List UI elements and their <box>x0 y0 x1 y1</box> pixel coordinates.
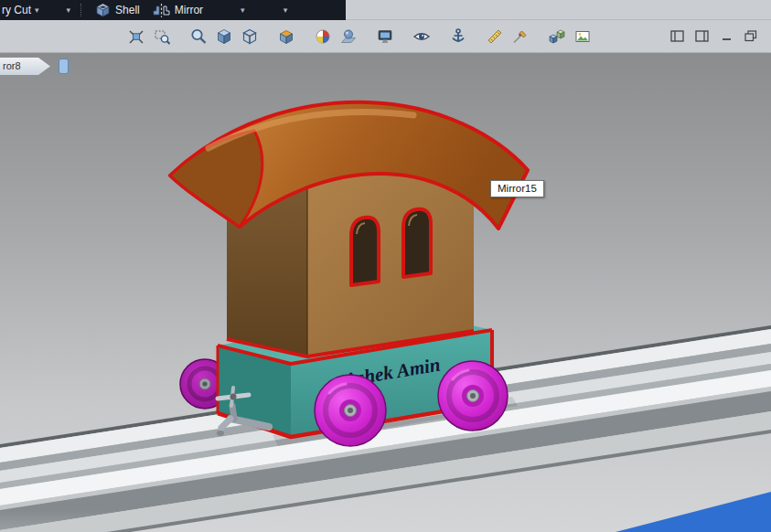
mirror-button[interactable]: Mirror <box>146 0 209 20</box>
beach-ball-icon <box>314 27 332 46</box>
view-group-settings <box>373 25 396 48</box>
feature-tree-tab[interactable]: ror8 <box>0 58 51 75</box>
magnifier-icon <box>189 27 208 46</box>
section-view-icon <box>277 27 295 46</box>
view-settings-button[interactable] <box>373 25 396 48</box>
feature-tree-tab-label: ror8 <box>3 60 21 71</box>
cabin-window-left[interactable] <box>351 218 379 285</box>
pane-left-button[interactable] <box>669 30 684 43</box>
display-style-wireframe-button[interactable] <box>238 25 261 48</box>
pane-right-icon <box>695 30 709 42</box>
wireframe-cube-icon <box>241 27 259 46</box>
monitor-icon <box>376 27 394 46</box>
dropdown-arrow-icon[interactable]: ▾ <box>237 5 249 15</box>
picture-icon <box>573 27 592 46</box>
view-group-section <box>274 25 297 48</box>
graphics-viewport[interactable]: Ashek Amin <box>0 52 771 532</box>
zoom-area-icon <box>153 27 171 46</box>
command-bar-dark-section: ry Cut ▾ ▾ Shell Mirror <box>0 0 346 20</box>
shell-button[interactable]: Shell <box>89 0 146 20</box>
view-group-hideshow <box>410 25 433 48</box>
section-view-button[interactable] <box>274 25 297 48</box>
shell-icon <box>95 3 111 17</box>
toy-train-wagon[interactable]: Ashek Amin <box>170 102 528 446</box>
assembly-cubes-button[interactable] <box>545 25 568 48</box>
boundary-cut-button[interactable]: ry Cut <box>2 4 31 16</box>
command-bar-empty-section <box>346 0 771 20</box>
command-bar: ry Cut ▾ ▾ Shell Mirror <box>0 0 771 20</box>
mirror-label: Mirror <box>175 4 203 16</box>
cubes-icon <box>548 27 566 46</box>
mirror-icon <box>153 4 170 17</box>
solidworks-window: ry Cut ▾ ▾ Shell Mirror <box>0 0 771 532</box>
document-window-controls <box>669 30 758 43</box>
cabin-window-right[interactable] <box>403 209 431 277</box>
zoom-fit-icon <box>127 27 145 46</box>
capture-image-button[interactable] <box>571 25 594 48</box>
toolbar-separator <box>80 4 82 16</box>
scene-icon <box>339 27 358 46</box>
zoom-button[interactable] <box>187 25 209 48</box>
zoom-area-button[interactable] <box>150 25 173 48</box>
minimize-window-button[interactable] <box>719 30 734 43</box>
sketch-button[interactable] <box>509 25 531 48</box>
feature-tree-flyout: ror8 <box>0 58 69 75</box>
pane-left-icon <box>670 30 684 42</box>
view-group-anchor <box>446 25 469 48</box>
display-style-shaded-button[interactable] <box>212 25 235 48</box>
heads-up-view-toolbar <box>0 20 771 53</box>
hide-show-items-button[interactable] <box>410 25 433 48</box>
view-group-tools <box>483 25 531 48</box>
measure-button[interactable] <box>483 25 506 48</box>
wheel-front-left[interactable] <box>315 375 386 446</box>
feature-tooltip: Mirror15 <box>490 180 544 197</box>
model-scene[interactable]: Ashek Amin <box>0 52 771 532</box>
restore-icon <box>744 30 757 42</box>
ruler-icon <box>486 27 504 46</box>
apply-scene-button[interactable] <box>337 25 359 48</box>
zoom-fit-button[interactable] <box>124 25 147 48</box>
restore-window-button[interactable] <box>744 30 758 43</box>
view-group-misc <box>545 25 594 48</box>
wheel-front-right[interactable] <box>438 361 508 431</box>
anchor-button[interactable] <box>446 25 469 48</box>
shaded-cube-icon <box>215 27 233 46</box>
minimize-icon <box>721 30 733 42</box>
edit-appearance-button[interactable] <box>311 25 334 48</box>
pane-right-button[interactable] <box>694 30 709 43</box>
dropdown-arrow-icon[interactable]: ▾ <box>280 5 292 15</box>
pencil-icon <box>511 27 530 46</box>
shell-label: Shell <box>115 4 140 16</box>
anchor-icon <box>449 27 467 46</box>
feature-tree-pill[interactable] <box>59 59 69 74</box>
view-group-zoom <box>124 25 173 48</box>
view-group-appearance <box>311 25 359 48</box>
view-group-display <box>187 25 261 48</box>
dropdown-arrow-icon[interactable]: ▾ <box>63 5 75 15</box>
eye-icon <box>412 27 431 46</box>
dropdown-arrow-icon[interactable]: ▾ <box>31 5 43 15</box>
